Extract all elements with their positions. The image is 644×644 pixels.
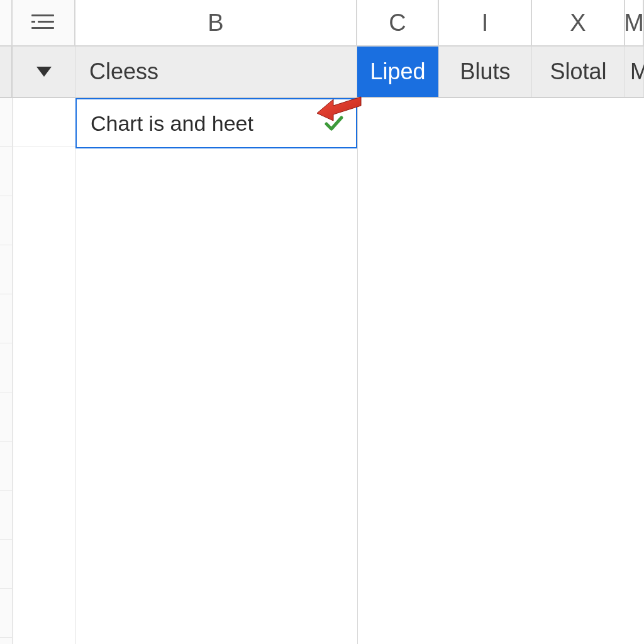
- row-label-column: [13, 98, 75, 644]
- header-cell-slotal[interactable]: Slotal: [532, 47, 625, 97]
- outline-toggle[interactable]: [13, 0, 75, 45]
- header-cell-bluts[interactable]: Bluts: [439, 47, 532, 97]
- header-cell-liped[interactable]: Liped: [357, 47, 439, 97]
- column-header-row: B C I X M: [0, 0, 644, 47]
- chevron-down-icon: [36, 67, 52, 77]
- column-header-i[interactable]: I: [439, 0, 532, 45]
- row-header-gutter-2: [0, 47, 13, 97]
- row-header-gutter: [0, 0, 13, 45]
- outline-icon: [31, 13, 55, 32]
- field-header-row: Cleess Liped Bluts Slotal M: [0, 47, 644, 98]
- column-header-x[interactable]: X: [532, 0, 625, 45]
- filter-dropdown[interactable]: [13, 47, 75, 97]
- gridline: [75, 98, 76, 644]
- row-number-gutter: [0, 98, 13, 644]
- gridline: [13, 98, 13, 644]
- grid-body[interactable]: [0, 98, 644, 644]
- column-header-m[interactable]: M: [625, 0, 644, 45]
- column-header-c[interactable]: C: [357, 0, 439, 45]
- header-cell-cleess[interactable]: Cleess: [75, 47, 357, 97]
- cell-editor-text[interactable]: Chart is and heet: [91, 111, 253, 136]
- active-cell-b2[interactable]: Chart is and heet: [75, 98, 357, 148]
- checkmark-icon: [325, 115, 343, 131]
- header-cell-m[interactable]: M: [625, 47, 644, 97]
- gridline: [357, 98, 358, 644]
- column-header-b[interactable]: B: [75, 0, 357, 45]
- spreadsheet: B C I X M Cleess Liped Bluts Slotal M: [0, 0, 644, 644]
